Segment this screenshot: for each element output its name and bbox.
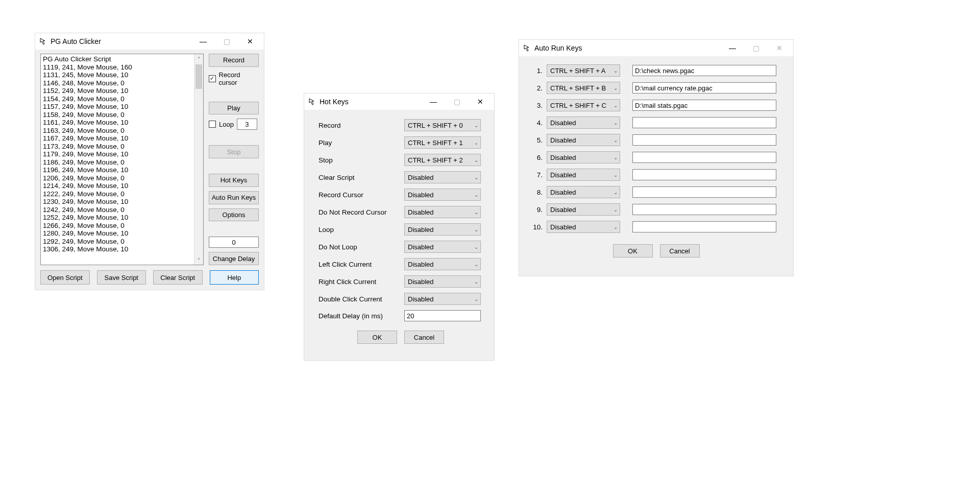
hotkey-label: Record (318, 122, 404, 129)
hotkey-combo[interactable]: Disabled⌄ (404, 241, 481, 253)
scroll-up-icon[interactable]: ˄ (198, 54, 200, 63)
ok-button[interactable]: OK (613, 244, 653, 257)
autorun-path-input[interactable] (632, 117, 776, 128)
play-button[interactable]: Play (209, 102, 259, 115)
cancel-button[interactable]: Cancel (404, 331, 444, 344)
script-line[interactable]: 1252, 249, Move Mouse, 10 (43, 214, 192, 222)
hotkey-combo[interactable]: CTRL + SHIFT + 0⌄ (404, 119, 481, 131)
script-line[interactable]: 1167, 249, Move Mouse, 10 (43, 134, 192, 143)
scrollbar[interactable]: ˄ ˅ (194, 54, 203, 265)
autorun-key-combo[interactable]: CTRL + SHIFT + A⌄ (547, 64, 620, 77)
script-listbox[interactable]: PG Auto Clicker Script1119, 241, Move Mo… (40, 54, 204, 265)
script-line[interactable]: 1266, 249, Move Mouse, 0 (43, 222, 192, 230)
scroll-thumb[interactable] (195, 64, 202, 89)
row-number: 4. (529, 119, 547, 127)
script-line[interactable]: 1222, 249, Move Mouse, 0 (43, 190, 192, 198)
loop-count-input[interactable]: 3 (237, 119, 257, 130)
autorun-path-input[interactable]: D:\mail currency rate.pgac (632, 82, 776, 93)
record-cursor-label: Record cursor (219, 71, 259, 86)
autorun-key-combo[interactable]: Disabled⌄ (547, 151, 620, 163)
clear-script-button[interactable]: Clear Script (153, 270, 203, 285)
autorun-window: Auto Run Keys — ▢ ✕ 1.CTRL + SHIFT + A⌄D… (519, 39, 794, 276)
change-delay-button[interactable]: Change Delay (209, 252, 259, 265)
hotkey-row: Record CursorDisabled⌄ (318, 189, 483, 201)
delay-input[interactable]: 0 (209, 237, 259, 248)
options-button[interactable]: Options (209, 208, 259, 222)
script-line[interactable]: 1163, 249, Move Mouse, 0 (43, 127, 192, 135)
autorun-path-input[interactable] (632, 204, 776, 215)
script-line[interactable]: 1306, 249, Move Mouse, 10 (43, 245, 192, 253)
hotkey-label: Clear Script (318, 174, 404, 181)
script-line[interactable]: 1230, 249, Move Mouse, 10 (43, 198, 192, 206)
row-number: 1. (529, 67, 547, 75)
record-cursor-checkbox[interactable]: ✓ (209, 75, 216, 82)
autorun-path-input[interactable] (632, 134, 776, 146)
script-line[interactable]: 1196, 249, Move Mouse, 10 (43, 166, 192, 174)
save-script-button[interactable]: Save Script (97, 270, 146, 285)
autorun-path-input[interactable] (632, 169, 776, 180)
scroll-down-icon[interactable]: ˅ (198, 255, 200, 265)
autorun-path-input[interactable] (632, 186, 776, 198)
ok-button[interactable]: OK (357, 331, 397, 344)
script-line[interactable]: 1152, 249, Move Mouse, 10 (43, 87, 192, 95)
script-line[interactable]: 1214, 249, Move Mouse, 10 (43, 182, 192, 190)
script-line[interactable]: 1206, 249, Move Mouse, 0 (43, 174, 192, 182)
autorun-key-combo[interactable]: CTRL + SHIFT + B⌄ (547, 82, 620, 94)
script-line[interactable]: 1154, 249, Move Mouse, 0 (43, 95, 192, 103)
hotkey-label: Right Click Current (318, 278, 404, 286)
minimize-button[interactable]: — (422, 93, 445, 110)
script-line[interactable]: 1280, 249, Move Mouse, 10 (43, 229, 192, 238)
hotkey-combo[interactable]: CTRL + SHIFT + 2⌄ (404, 154, 481, 166)
hot-keys-button[interactable]: Hot Keys (209, 174, 259, 187)
autorun-path-input[interactable] (632, 152, 776, 163)
autorun-key-combo[interactable]: Disabled⌄ (547, 186, 620, 198)
script-line[interactable]: 1131, 245, Move Mouse, 10 (43, 71, 192, 79)
script-line[interactable]: 1292, 249, Move Mouse, 0 (43, 238, 192, 246)
row-number: 5. (529, 136, 547, 144)
autorun-path-input[interactable] (632, 221, 776, 232)
autorun-path-input[interactable]: D:\mail stats.pgac (632, 100, 776, 111)
script-line[interactable]: 1157, 249, Move Mouse, 10 (43, 103, 192, 111)
loop-checkbox[interactable] (209, 121, 216, 128)
hotkey-combo[interactable]: Disabled⌄ (404, 293, 481, 305)
script-line[interactable]: 1242, 249, Move Mouse, 0 (43, 206, 192, 214)
hotkey-combo[interactable]: Disabled⌄ (404, 275, 481, 288)
script-line[interactable]: 1173, 249, Move Mouse, 0 (43, 143, 192, 151)
close-button[interactable]: ✕ (469, 93, 492, 110)
minimize-button[interactable]: — (191, 33, 215, 50)
hotkey-label: Do Not Record Cursor (318, 208, 404, 216)
titlebar[interactable]: Auto Run Keys — ▢ ✕ (519, 40, 793, 56)
script-line[interactable]: 1179, 249, Move Mouse, 10 (43, 150, 192, 158)
auto-run-keys-button[interactable]: Auto Run Keys (209, 191, 259, 204)
open-script-button[interactable]: Open Script (40, 270, 90, 285)
autorun-path-input[interactable]: D:\check news.pgac (632, 65, 776, 76)
hotkey-combo[interactable]: Disabled⌄ (404, 189, 481, 201)
hotkey-row: Left Click CurrentDisabled⌄ (318, 258, 483, 270)
script-line[interactable]: PG Auto Clicker Script (43, 55, 192, 63)
autorun-key-combo[interactable]: Disabled⌄ (547, 203, 620, 216)
titlebar[interactable]: PG Auto Clicker — ▢ ✕ (35, 33, 264, 50)
hotkey-combo[interactable]: Disabled⌄ (404, 258, 481, 270)
hotkey-combo[interactable]: Disabled⌄ (404, 223, 481, 236)
autorun-key-combo[interactable]: Disabled⌄ (547, 116, 620, 129)
script-line[interactable]: 1186, 249, Move Mouse, 0 (43, 158, 192, 167)
cancel-button[interactable]: Cancel (660, 244, 700, 257)
script-line[interactable]: 1158, 249, Move Mouse, 0 (43, 111, 192, 119)
titlebar[interactable]: Hot Keys — ▢ ✕ (304, 93, 494, 110)
hotkey-combo[interactable]: CTRL + SHIFT + 1⌄ (404, 136, 481, 149)
close-button[interactable]: ✕ (238, 33, 262, 50)
autorun-key-combo[interactable]: Disabled⌄ (547, 134, 620, 146)
autorun-key-combo[interactable]: Disabled⌄ (547, 221, 620, 233)
minimize-button[interactable]: — (721, 40, 744, 56)
script-line[interactable]: 1119, 241, Move Mouse, 160 (43, 63, 192, 72)
hotkey-combo[interactable]: Disabled⌄ (404, 171, 481, 183)
hotkey-combo[interactable]: Disabled⌄ (404, 206, 481, 218)
chevron-down-icon: ⌄ (614, 85, 618, 91)
help-button[interactable]: Help (210, 270, 259, 285)
script-line[interactable]: 1161, 249, Move Mouse, 10 (43, 119, 192, 127)
autorun-key-combo[interactable]: CTRL + SHIFT + C⌄ (547, 99, 620, 111)
default-delay-input[interactable]: 20 (404, 310, 481, 321)
record-button[interactable]: Record (209, 54, 259, 67)
script-line[interactable]: 1146, 248, Move Mouse, 0 (43, 79, 192, 87)
autorun-key-combo[interactable]: Disabled⌄ (547, 169, 620, 181)
